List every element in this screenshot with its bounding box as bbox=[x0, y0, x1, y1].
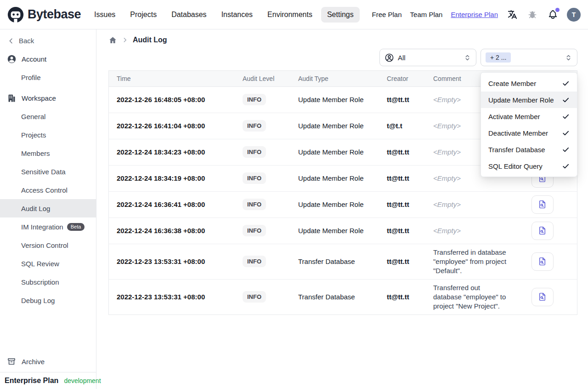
sidebar-item-label: Profile bbox=[21, 74, 41, 81]
sidebar-item-access-control[interactable]: Access Control bbox=[0, 181, 96, 199]
cell-time: 2022-12-24 18:34:19 +08:00 bbox=[109, 165, 243, 191]
plan-footer: Enterprise Plan development bbox=[0, 372, 96, 389]
column-header-creator: Creator bbox=[387, 71, 433, 86]
sorter-icon bbox=[565, 54, 572, 62]
nav-item-label: Databases bbox=[171, 11, 207, 18]
sidebar-item-sql-review[interactable]: SQL Review bbox=[0, 254, 96, 273]
menu-item-sql-editor-query[interactable]: SQL Editor Query bbox=[481, 158, 577, 174]
nav-item-issues[interactable]: Issues bbox=[88, 7, 121, 23]
sidebar-item-members[interactable]: Members bbox=[0, 144, 96, 162]
sidebar-item-version-control[interactable]: Version Control bbox=[0, 236, 96, 254]
notification-bell-icon[interactable] bbox=[547, 9, 559, 21]
brand-name: Bytebase bbox=[28, 7, 81, 22]
view-detail-button[interactable] bbox=[531, 288, 554, 306]
column-header-time: Time bbox=[109, 71, 243, 86]
team-plan-link[interactable]: Team Plan bbox=[410, 11, 443, 18]
free-plan-link[interactable]: Free Plan bbox=[372, 11, 402, 18]
nav-item-databases[interactable]: Databases bbox=[165, 7, 213, 23]
file-search-icon bbox=[537, 292, 547, 302]
menu-item-create-member[interactable]: Create Member bbox=[481, 75, 577, 92]
audit-type-filter-value: + 2 ... bbox=[486, 52, 511, 63]
menu-item-deactivate-member[interactable]: Deactivate Member bbox=[481, 125, 577, 141]
cell-creator: t@t.t bbox=[387, 113, 433, 139]
file-search-icon bbox=[537, 200, 547, 209]
view-detail-button[interactable] bbox=[531, 222, 554, 240]
sidebar-item-subscription[interactable]: Subscription bbox=[0, 273, 96, 291]
view-detail-button[interactable] bbox=[531, 195, 554, 214]
menu-item-transfer-database[interactable]: Transfer Database bbox=[481, 141, 577, 158]
main-nav: IssuesProjectsDatabasesInstancesEnvironm… bbox=[88, 7, 360, 23]
cell-creator: tt@tt.tt bbox=[387, 165, 433, 191]
sidebar-item-audit-log[interactable]: Audit Log bbox=[0, 199, 96, 217]
cell-time: 2022-12-23 13:53:31 +08:00 bbox=[109, 279, 243, 315]
nav-item-environments[interactable]: Environments bbox=[261, 7, 318, 23]
user-circle-icon bbox=[7, 54, 17, 64]
topbar-right: Free Plan Team Plan Enterprise Plan bbox=[372, 8, 581, 22]
menu-item-label: SQL Editor Query bbox=[488, 162, 543, 170]
file-search-icon bbox=[537, 257, 547, 266]
cell-comment: <Empty> bbox=[433, 191, 512, 217]
sorter-icon bbox=[464, 54, 471, 62]
cell-audit-type: Update Member Role bbox=[298, 191, 387, 217]
nav-item-label: Environments bbox=[267, 11, 312, 18]
sidebar-item-label: Audit Log bbox=[21, 205, 50, 212]
cell-time: 2022-12-26 16:48:05 +08:00 bbox=[109, 86, 243, 113]
view-detail-button[interactable] bbox=[531, 252, 554, 271]
current-plan-label: Enterprise Plan bbox=[5, 377, 58, 385]
nav-item-instances[interactable]: Instances bbox=[215, 7, 259, 23]
language-switch-icon[interactable] bbox=[506, 9, 518, 21]
cell-creator: tt@tt.tt bbox=[387, 244, 433, 279]
bytebase-logo[interactable]: Bytebase bbox=[7, 6, 81, 23]
audit-level-badge: INFO bbox=[243, 291, 266, 303]
menu-item-label: Transfer Database bbox=[488, 146, 545, 154]
cell-audit-type: Update Member Role bbox=[298, 139, 387, 165]
sidebar-item-archive[interactable]: Archive bbox=[0, 351, 96, 372]
cell-audit-type: Update Member Role bbox=[298, 113, 387, 139]
creator-filter-value: All bbox=[398, 54, 406, 62]
sidebar-item-im-integration[interactable]: IM Integration Beta bbox=[0, 217, 96, 236]
nav-item-projects[interactable]: Projects bbox=[124, 7, 163, 23]
back-label: Back bbox=[19, 37, 34, 45]
sidebar-item-debug-log[interactable]: Debug Log bbox=[0, 291, 96, 309]
avatar[interactable]: T bbox=[567, 8, 581, 22]
audit-log-row: 2022-12-23 13:53:31 +08:00 INFO Transfer… bbox=[109, 244, 577, 279]
beta-badge: Beta bbox=[67, 223, 85, 231]
cell-time: 2022-12-24 16:36:41 +08:00 bbox=[109, 191, 243, 217]
back-button[interactable]: Back bbox=[0, 29, 96, 47]
archive-icon bbox=[7, 357, 16, 366]
audit-level-badge: INFO bbox=[243, 94, 266, 105]
cell-creator: tt@tt.tt bbox=[387, 217, 433, 244]
sidebar-item-sensitive-data[interactable]: Sensitive Data bbox=[0, 162, 96, 181]
cell-creator: tt@tt.tt bbox=[387, 86, 433, 113]
check-icon bbox=[562, 113, 570, 120]
file-search-icon bbox=[537, 226, 547, 235]
cell-audit-type: Transfer Database bbox=[298, 279, 387, 315]
filter-bar: All + 2 ... bbox=[96, 44, 588, 66]
check-icon bbox=[562, 96, 570, 104]
nav-item-settings[interactable]: Settings bbox=[321, 7, 360, 23]
sidebar-item-label: General bbox=[21, 113, 45, 120]
sidebar-item-label: Projects bbox=[21, 131, 46, 139]
breadcrumb: Audit Log bbox=[96, 29, 588, 44]
cell-time: 2022-12-24 16:36:38 +08:00 bbox=[109, 217, 243, 244]
sidebar-item-profile[interactable]: Profile bbox=[0, 68, 96, 86]
menu-item-update-member-role[interactable]: Update Member Role bbox=[481, 92, 577, 108]
sidebar-section-account: Account bbox=[0, 50, 96, 68]
sidebar-item-general[interactable]: General bbox=[0, 107, 96, 126]
sidebar-item-label: Version Control bbox=[21, 241, 68, 249]
audit-level-badge: INFO bbox=[243, 225, 266, 236]
audit-level-badge: INFO bbox=[243, 199, 266, 210]
cell-time: 2022-12-24 18:34:23 +08:00 bbox=[109, 139, 243, 165]
audit-type-filter-select[interactable]: + 2 ... bbox=[481, 49, 577, 66]
bug-report-icon[interactable] bbox=[526, 9, 538, 21]
nav-item-label: Issues bbox=[94, 11, 115, 18]
cell-comment: <Empty> bbox=[433, 217, 512, 244]
sidebar-item-projects[interactable]: Projects bbox=[0, 126, 96, 144]
menu-item-activate-member[interactable]: Activate Member bbox=[481, 108, 577, 125]
home-icon[interactable] bbox=[108, 36, 117, 45]
sidebar-item-label: Subscription bbox=[21, 278, 59, 286]
check-icon bbox=[562, 80, 570, 87]
enterprise-plan-link[interactable]: Enterprise Plan bbox=[451, 11, 498, 18]
creator-filter-select[interactable]: All bbox=[379, 49, 476, 66]
menu-item-label: Deactivate Member bbox=[488, 129, 548, 137]
